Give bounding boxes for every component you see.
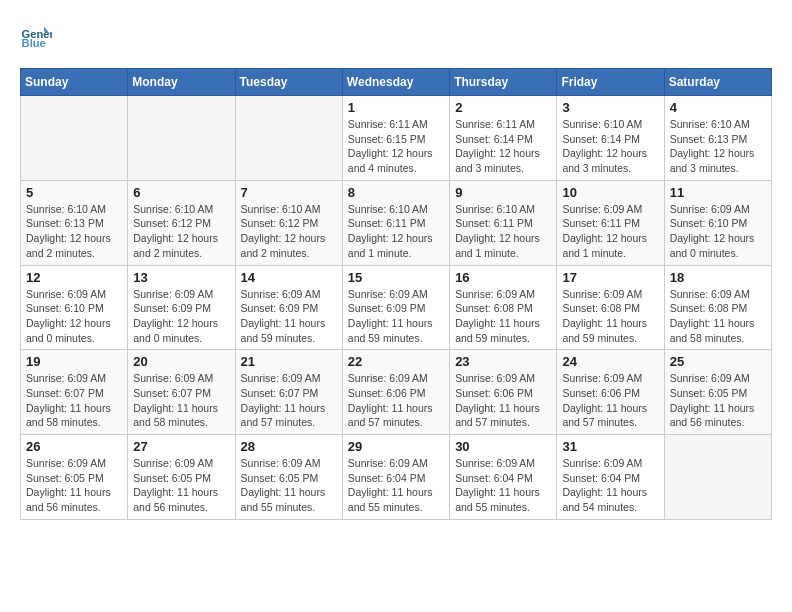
calendar-cell: 19Sunrise: 6:09 AM Sunset: 6:07 PM Dayli…	[21, 350, 128, 435]
calendar-cell: 8Sunrise: 6:10 AM Sunset: 6:11 PM Daylig…	[342, 180, 449, 265]
day-info: Sunrise: 6:11 AM Sunset: 6:14 PM Dayligh…	[455, 117, 551, 176]
day-number: 21	[241, 354, 337, 369]
calendar-cell	[235, 96, 342, 181]
calendar-cell: 20Sunrise: 6:09 AM Sunset: 6:07 PM Dayli…	[128, 350, 235, 435]
day-number: 3	[562, 100, 658, 115]
calendar-cell: 5Sunrise: 6:10 AM Sunset: 6:13 PM Daylig…	[21, 180, 128, 265]
page-header: General Blue	[20, 20, 772, 52]
day-number: 1	[348, 100, 444, 115]
calendar-cell: 12Sunrise: 6:09 AM Sunset: 6:10 PM Dayli…	[21, 265, 128, 350]
day-info: Sunrise: 6:09 AM Sunset: 6:08 PM Dayligh…	[455, 287, 551, 346]
day-info: Sunrise: 6:10 AM Sunset: 6:14 PM Dayligh…	[562, 117, 658, 176]
weekday-header-tuesday: Tuesday	[235, 69, 342, 96]
calendar-cell: 13Sunrise: 6:09 AM Sunset: 6:09 PM Dayli…	[128, 265, 235, 350]
day-info: Sunrise: 6:09 AM Sunset: 6:07 PM Dayligh…	[133, 371, 229, 430]
day-number: 4	[670, 100, 766, 115]
day-info: Sunrise: 6:09 AM Sunset: 6:05 PM Dayligh…	[241, 456, 337, 515]
calendar-cell: 2Sunrise: 6:11 AM Sunset: 6:14 PM Daylig…	[450, 96, 557, 181]
day-number: 25	[670, 354, 766, 369]
day-number: 6	[133, 185, 229, 200]
day-number: 14	[241, 270, 337, 285]
day-info: Sunrise: 6:09 AM Sunset: 6:08 PM Dayligh…	[562, 287, 658, 346]
day-number: 17	[562, 270, 658, 285]
weekday-header-friday: Friday	[557, 69, 664, 96]
day-number: 28	[241, 439, 337, 454]
calendar-cell: 14Sunrise: 6:09 AM Sunset: 6:09 PM Dayli…	[235, 265, 342, 350]
day-number: 7	[241, 185, 337, 200]
calendar-cell: 26Sunrise: 6:09 AM Sunset: 6:05 PM Dayli…	[21, 435, 128, 520]
day-number: 22	[348, 354, 444, 369]
calendar-cell: 31Sunrise: 6:09 AM Sunset: 6:04 PM Dayli…	[557, 435, 664, 520]
calendar-cell: 21Sunrise: 6:09 AM Sunset: 6:07 PM Dayli…	[235, 350, 342, 435]
day-number: 26	[26, 439, 122, 454]
calendar-week-1: 1Sunrise: 6:11 AM Sunset: 6:15 PM Daylig…	[21, 96, 772, 181]
calendar-header-row: SundayMondayTuesdayWednesdayThursdayFrid…	[21, 69, 772, 96]
day-info: Sunrise: 6:11 AM Sunset: 6:15 PM Dayligh…	[348, 117, 444, 176]
day-info: Sunrise: 6:09 AM Sunset: 6:05 PM Dayligh…	[670, 371, 766, 430]
day-info: Sunrise: 6:09 AM Sunset: 6:09 PM Dayligh…	[241, 287, 337, 346]
day-number: 23	[455, 354, 551, 369]
day-info: Sunrise: 6:09 AM Sunset: 6:08 PM Dayligh…	[670, 287, 766, 346]
day-info: Sunrise: 6:09 AM Sunset: 6:04 PM Dayligh…	[348, 456, 444, 515]
day-info: Sunrise: 6:09 AM Sunset: 6:10 PM Dayligh…	[26, 287, 122, 346]
day-info: Sunrise: 6:09 AM Sunset: 6:06 PM Dayligh…	[455, 371, 551, 430]
day-info: Sunrise: 6:10 AM Sunset: 6:11 PM Dayligh…	[455, 202, 551, 261]
calendar-week-2: 5Sunrise: 6:10 AM Sunset: 6:13 PM Daylig…	[21, 180, 772, 265]
weekday-header-thursday: Thursday	[450, 69, 557, 96]
day-number: 10	[562, 185, 658, 200]
calendar-cell	[128, 96, 235, 181]
day-info: Sunrise: 6:10 AM Sunset: 6:13 PM Dayligh…	[26, 202, 122, 261]
weekday-header-wednesday: Wednesday	[342, 69, 449, 96]
calendar-cell: 11Sunrise: 6:09 AM Sunset: 6:10 PM Dayli…	[664, 180, 771, 265]
day-info: Sunrise: 6:09 AM Sunset: 6:11 PM Dayligh…	[562, 202, 658, 261]
day-number: 31	[562, 439, 658, 454]
calendar-cell: 9Sunrise: 6:10 AM Sunset: 6:11 PM Daylig…	[450, 180, 557, 265]
weekday-header-monday: Monday	[128, 69, 235, 96]
day-number: 8	[348, 185, 444, 200]
day-info: Sunrise: 6:09 AM Sunset: 6:10 PM Dayligh…	[670, 202, 766, 261]
day-info: Sunrise: 6:09 AM Sunset: 6:09 PM Dayligh…	[133, 287, 229, 346]
calendar-cell: 17Sunrise: 6:09 AM Sunset: 6:08 PM Dayli…	[557, 265, 664, 350]
calendar-cell	[664, 435, 771, 520]
svg-text:Blue: Blue	[22, 37, 46, 49]
day-number: 27	[133, 439, 229, 454]
day-info: Sunrise: 6:09 AM Sunset: 6:06 PM Dayligh…	[348, 371, 444, 430]
calendar-cell: 22Sunrise: 6:09 AM Sunset: 6:06 PM Dayli…	[342, 350, 449, 435]
calendar-cell: 7Sunrise: 6:10 AM Sunset: 6:12 PM Daylig…	[235, 180, 342, 265]
day-number: 13	[133, 270, 229, 285]
day-info: Sunrise: 6:10 AM Sunset: 6:12 PM Dayligh…	[241, 202, 337, 261]
day-info: Sunrise: 6:10 AM Sunset: 6:13 PM Dayligh…	[670, 117, 766, 176]
calendar-cell: 23Sunrise: 6:09 AM Sunset: 6:06 PM Dayli…	[450, 350, 557, 435]
calendar-cell: 24Sunrise: 6:09 AM Sunset: 6:06 PM Dayli…	[557, 350, 664, 435]
calendar-cell	[21, 96, 128, 181]
day-number: 30	[455, 439, 551, 454]
day-info: Sunrise: 6:09 AM Sunset: 6:04 PM Dayligh…	[455, 456, 551, 515]
calendar-cell: 15Sunrise: 6:09 AM Sunset: 6:09 PM Dayli…	[342, 265, 449, 350]
calendar-cell: 25Sunrise: 6:09 AM Sunset: 6:05 PM Dayli…	[664, 350, 771, 435]
day-info: Sunrise: 6:09 AM Sunset: 6:09 PM Dayligh…	[348, 287, 444, 346]
day-number: 2	[455, 100, 551, 115]
day-number: 18	[670, 270, 766, 285]
logo-icon: General Blue	[20, 20, 52, 52]
calendar-week-4: 19Sunrise: 6:09 AM Sunset: 6:07 PM Dayli…	[21, 350, 772, 435]
day-info: Sunrise: 6:09 AM Sunset: 6:05 PM Dayligh…	[26, 456, 122, 515]
day-info: Sunrise: 6:09 AM Sunset: 6:07 PM Dayligh…	[241, 371, 337, 430]
calendar-cell: 6Sunrise: 6:10 AM Sunset: 6:12 PM Daylig…	[128, 180, 235, 265]
calendar-cell: 3Sunrise: 6:10 AM Sunset: 6:14 PM Daylig…	[557, 96, 664, 181]
calendar-cell: 18Sunrise: 6:09 AM Sunset: 6:08 PM Dayli…	[664, 265, 771, 350]
day-number: 12	[26, 270, 122, 285]
day-number: 15	[348, 270, 444, 285]
calendar-week-5: 26Sunrise: 6:09 AM Sunset: 6:05 PM Dayli…	[21, 435, 772, 520]
day-info: Sunrise: 6:10 AM Sunset: 6:11 PM Dayligh…	[348, 202, 444, 261]
day-number: 9	[455, 185, 551, 200]
calendar-cell: 30Sunrise: 6:09 AM Sunset: 6:04 PM Dayli…	[450, 435, 557, 520]
calendar-table: SundayMondayTuesdayWednesdayThursdayFrid…	[20, 68, 772, 520]
day-info: Sunrise: 6:09 AM Sunset: 6:04 PM Dayligh…	[562, 456, 658, 515]
logo: General Blue	[20, 20, 56, 52]
day-number: 29	[348, 439, 444, 454]
calendar-cell: 10Sunrise: 6:09 AM Sunset: 6:11 PM Dayli…	[557, 180, 664, 265]
calendar-week-3: 12Sunrise: 6:09 AM Sunset: 6:10 PM Dayli…	[21, 265, 772, 350]
day-info: Sunrise: 6:09 AM Sunset: 6:06 PM Dayligh…	[562, 371, 658, 430]
calendar-cell: 27Sunrise: 6:09 AM Sunset: 6:05 PM Dayli…	[128, 435, 235, 520]
day-info: Sunrise: 6:09 AM Sunset: 6:05 PM Dayligh…	[133, 456, 229, 515]
